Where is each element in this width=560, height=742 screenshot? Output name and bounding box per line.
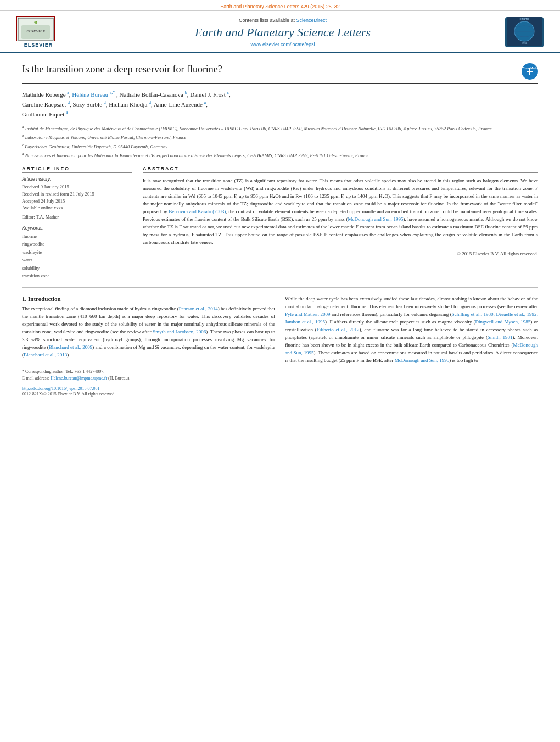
blanchard-link2: Blanchard et al., 2013 [24, 352, 67, 358]
accepted-date: Accepted 24 July 2015 [22, 198, 132, 205]
issn-line: 0012-821X/© 2015 Elsevier B.V. All right… [22, 391, 275, 398]
revised-date: Received in revised form 21 July 2015 [22, 191, 132, 198]
abstract-body: It is now recognized that the transition… [143, 177, 538, 246]
article-title: Is the transition zone a deep reservoir … [22, 63, 222, 76]
body-col-right-para1: While the deep water cycle has been exte… [285, 295, 538, 364]
keyword-ringwoodite: ringwoodite [22, 240, 132, 248]
abstract-heading: ABSTRACT [143, 166, 538, 173]
keywords-label: Keywords: [22, 225, 132, 231]
svg-text:🌿: 🌿 [34, 21, 38, 25]
elsevier-logo-image: 🌿 ELSEVIER [16, 16, 55, 41]
affiliation-d: d Nanosciences et Innovation pour les Ma… [22, 151, 538, 159]
top-bar: Earth and Planetary Science Letters 429 … [0, 0, 560, 11]
dingwell-link: Dingwell and Mysen, 1985 [475, 319, 531, 325]
footnote-corresponding: * Corresponding author. Tel.: +33 1 4427… [22, 369, 275, 375]
doi-line: http://dx.doi.org/10.1016/j.epsl.2015.07… [22, 385, 275, 391]
editor-name: Editor: T.A. Mather [22, 214, 132, 221]
footnote-section: * Corresponding author. Tel.: +33 1 4427… [22, 365, 275, 398]
received-date: Received 9 January 2015 [22, 183, 132, 191]
available-date: Available online xxxx [22, 204, 132, 211]
journal-reference: Earth and Planetary Science Letters 429 … [220, 4, 340, 9]
authors-line: Mathilde Roberge a, Hélène Bureau a,* , … [22, 90, 538, 120]
keyword-transition-zone: transition zone [22, 272, 132, 280]
body-col-left: 1. Introduction The exceptional finding … [22, 295, 275, 398]
smyth-link: Smyth and Jacobsen, 2006 [153, 329, 206, 334]
article-info-heading: ARTICLE INFO [22, 166, 132, 173]
elsevier-logo: 🌿 ELSEVIER ELSEVIER [16, 16, 60, 48]
smith-link: Smith, 1981 [488, 334, 513, 340]
info-abstract-section: ARTICLE INFO Article history: Received 9… [22, 166, 538, 280]
section1-heading: 1. Introduction [22, 295, 275, 302]
bercovici-link: Bercovici and Karato (2003) [169, 209, 226, 214]
article-title-section: Is the transition zone a deep reservoir … [22, 63, 538, 84]
journal-header-center: Contents lists available at ScienceDirec… [60, 18, 505, 47]
affiliation-c: c Bayerisches Geoinstitut, Universität B… [22, 142, 538, 150]
history-label: Article history: [22, 176, 132, 182]
author-caroline: Caroline Raepsaet d, Suzy Surble d, Hich… [22, 101, 208, 108]
crossmark-badge: CrossMark [522, 63, 538, 80]
footnote-email: E-mail address: Helene.bureau@impmc.upmc… [22, 375, 275, 382]
body-col-left-para1: The exceptional finding of a diamond inc… [22, 305, 275, 359]
filiberto-link: Filiberto et al., 2012 [317, 327, 360, 332]
pyle-link: Pyle and Mather, 2009 [285, 311, 330, 317]
keyword-fluorine: fluorine [22, 232, 132, 240]
mcdonough-link: McDonough and Sun, 1995 [348, 216, 404, 222]
article-info-panel: ARTICLE INFO Article history: Received 9… [22, 166, 132, 280]
blanchard-link1: Blanchard et al., 2009 [49, 344, 92, 350]
contents-text: Contents lists available at [239, 18, 295, 23]
section1-title: Introduction [28, 295, 61, 302]
svg-text:ELSEVIER: ELSEVIER [26, 29, 46, 34]
sciencedirect-link[interactable]: ScienceDirect [296, 18, 327, 23]
keyword-wadsleyite: wadsleyite [22, 248, 132, 256]
article-container: Is the transition zone a deep reservoir … [0, 53, 560, 409]
pearson-link: Pearson et al., 2014 [179, 306, 218, 311]
author-guillaume: Guillaume Fiquet a [22, 111, 68, 118]
author-helene: Hélène Bureau a,* [72, 91, 115, 98]
mcdonough-link3: McDonough and Sun, 1995 [395, 358, 450, 363]
affiliation-b: b Laboratoire Magmas et Volcans, Univers… [22, 133, 538, 141]
body-col-right: While the deep water cycle has been exte… [285, 295, 538, 398]
abstract-panel: ABSTRACT It is now recognized that the t… [143, 166, 538, 280]
journal-url[interactable]: www.elsevier.com/locate/epsl [60, 42, 505, 47]
email-link[interactable]: Helene.bureau@impmc.upmc.fr [51, 376, 107, 381]
mcdonough-link2: McDonough and Sun, 1995 [285, 342, 538, 355]
journal-header: 🌿 ELSEVIER ELSEVIER Contents lists avail… [0, 11, 560, 53]
elsevier-text: ELSEVIER [16, 42, 60, 48]
svg-text:EARTH: EARTH [519, 18, 529, 21]
journal-title-header: Earth and Planetary Science Letters [60, 25, 505, 40]
keyword-solubility: solubility [22, 264, 132, 272]
affiliations: a Institut de Minéralogie, de Physique d… [22, 124, 538, 159]
body-section: 1. Introduction The exceptional finding … [22, 295, 538, 398]
author-sep1: , Nathalie Bolfan-Casanova b, Daniel J. … [116, 91, 231, 98]
earth-logo: EARTH EPSL [505, 17, 544, 47]
doi-link[interactable]: http://dx.doi.org/10.1016/j.epsl.2015.07… [22, 386, 99, 391]
section1-number: 1. [22, 295, 26, 302]
contents-available-line: Contents lists available at ScienceDirec… [60, 18, 505, 23]
earth-logo-image: EARTH EPSL [507, 17, 542, 47]
keyword-water: water [22, 256, 132, 264]
author-mathilde: Mathilde Roberge a, [22, 91, 72, 98]
svg-text:EPSL: EPSL [521, 42, 527, 44]
section-divider [22, 287, 538, 288]
affiliation-a: a Institut de Minéralogie, de Physique d… [22, 124, 538, 132]
copyright-line: © 2015 Elsevier B.V. All rights reserved… [143, 251, 538, 256]
